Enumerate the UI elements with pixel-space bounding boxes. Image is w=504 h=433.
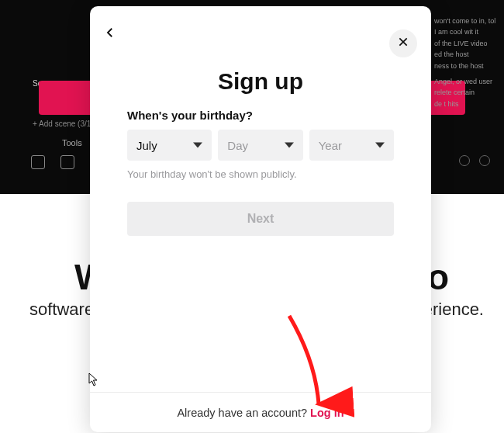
- add-scene-button[interactable]: + Add scene (3/10): [33, 120, 98, 128]
- month-select[interactable]: July: [127, 130, 212, 161]
- next-button[interactable]: Next: [127, 202, 394, 236]
- chevron-left-icon: [103, 26, 117, 43]
- year-select[interactable]: Year: [309, 130, 394, 161]
- day-select[interactable]: Day: [218, 130, 302, 161]
- mouse-cursor-icon: [88, 372, 99, 386]
- footer-text: Already have an account?: [177, 407, 307, 419]
- birthday-hint: Your birthday won't be shown publicly.: [127, 168, 394, 180]
- close-button[interactable]: [389, 29, 417, 57]
- birthday-selects: July Day Year: [127, 130, 394, 161]
- modal-body: When's your birthday? July Day Year Your…: [90, 95, 431, 392]
- caret-down-icon: [375, 139, 385, 152]
- day-placeholder: Day: [227, 139, 248, 152]
- modal-footer: Already have an account? Log in: [90, 392, 431, 432]
- tool-icon-2[interactable]: [60, 155, 74, 169]
- birthday-label: When's your birthday?: [127, 109, 394, 122]
- caret-down-icon: [193, 139, 202, 152]
- caret-down-icon: [285, 139, 294, 152]
- tool-extra-icons: [459, 155, 490, 166]
- back-button[interactable]: [101, 25, 119, 43]
- tool-extra-2[interactable]: [479, 155, 490, 166]
- month-value: July: [136, 139, 157, 152]
- modal-header: [90, 6, 431, 53]
- login-link[interactable]: Log in: [310, 407, 344, 419]
- modal-title: Sign up: [90, 68, 431, 95]
- tools-label: Tools: [62, 138, 82, 147]
- tool-icon-1[interactable]: [31, 155, 45, 169]
- sidebar-chat-fragment: won't come to in, tol I am cool wit it o…: [434, 16, 496, 109]
- year-placeholder: Year: [319, 139, 342, 152]
- tool-extra-1[interactable]: [459, 155, 470, 166]
- close-icon: [397, 36, 409, 51]
- signup-modal: Sign up When's your birthday? July Day Y…: [90, 6, 431, 432]
